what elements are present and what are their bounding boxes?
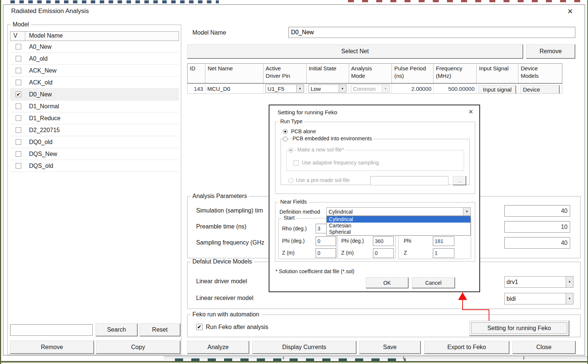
adaptive-sampling-checkbox[interactable] [294, 160, 299, 166]
premade-sol-path-field[interactable] [370, 176, 448, 185]
model-checkbox[interactable] [16, 68, 21, 73]
active-driver-pin-select[interactable]: U1_F5 ▼ [265, 84, 304, 93]
cancel-button[interactable]: Cancel [412, 277, 455, 288]
annotation-arrow-elbow [462, 309, 489, 310]
linear-receiver-model-select[interactable]: bidi ▼ [504, 293, 573, 304]
ok-button[interactable]: OK [366, 277, 409, 288]
close-icon[interactable]: ✕ [469, 109, 473, 115]
analysis-mode-value: Common [351, 85, 382, 92]
model-name-label: DQS_New [29, 151, 57, 157]
simulation-time-field[interactable] [504, 205, 570, 217]
search-button[interactable]: Search [96, 323, 138, 336]
start-group-label: Start [282, 215, 297, 221]
initial-state-select[interactable]: Low ▼ [309, 84, 346, 93]
start-phi-field[interactable] [316, 236, 336, 246]
analyze-button[interactable]: Analyze [187, 341, 249, 354]
sampling-frequency-label: Sampling frequency (GHz [196, 239, 264, 246]
count-z-field[interactable] [433, 248, 454, 258]
model-list-item[interactable]: D1_Reduce [10, 112, 179, 124]
model-checkbox[interactable] [16, 56, 21, 61]
net-table-header-net-name: Net Name [205, 64, 263, 83]
model-list-item[interactable]: A0_New [10, 41, 179, 53]
premade-sol-label: Use a pre-made sol-file [296, 177, 350, 183]
sol-footnote: * Solution coefficient dat file (*.sol) [275, 268, 354, 274]
model-list-item[interactable]: ACK_old [10, 77, 179, 89]
definition-method-dropdown-list[interactable]: CylindricalCartesianSpherical [326, 216, 471, 236]
setting-for-running-feko-button[interactable]: Setting for running Feko [469, 320, 569, 336]
pcb-alone-radio[interactable] [283, 129, 288, 134]
save-button[interactable]: Save [359, 341, 421, 354]
net-table-header-active-driver-pin: Active Driver Pin [263, 64, 307, 83]
model-list-item[interactable]: A0_old [10, 53, 179, 65]
model-checkbox[interactable] [16, 163, 21, 169]
preamble-time-field[interactable] [504, 221, 570, 233]
remove-net-button[interactable]: Remove [526, 44, 575, 59]
model-name-input[interactable] [288, 27, 575, 38]
model-list-item[interactable]: DQ0_old [10, 136, 179, 148]
model-list-item[interactable]: DQS_New [10, 148, 179, 160]
start-z-field[interactable] [316, 248, 336, 258]
model-list-item[interactable]: DQS_old [10, 160, 179, 172]
model-checkbox[interactable] [16, 139, 21, 145]
model-name-label: A0_New [29, 44, 51, 50]
dropdown-option-cylindrical[interactable]: Cylindrical [327, 216, 470, 223]
end-phi-field[interactable] [373, 236, 394, 246]
model-list-header: V Model Name [10, 31, 179, 41]
dropdown-option-cartesian[interactable]: Cartesian [327, 223, 470, 229]
model-checkbox[interactable] [16, 103, 21, 109]
make-new-sol-radio[interactable] [288, 148, 293, 153]
premade-sol-radio[interactable] [288, 178, 293, 183]
count-phi-field[interactable] [433, 236, 454, 246]
run-feko-checkbox[interactable]: ✔ [196, 324, 202, 330]
model-name-label: D1_Reduce [29, 115, 61, 122]
device-models-button[interactable]: Device [520, 85, 560, 94]
net-id-cell: 143 [188, 84, 205, 93]
run-feko-checkbox-label: Run Feko after analysis [206, 324, 268, 331]
simulation-time-label: Simulation (sampling) tim [196, 207, 263, 214]
display-currents-button[interactable]: Display Currents [252, 341, 357, 354]
analysis-mode-select[interactable]: Common ▼ [351, 84, 390, 93]
model-checkbox[interactable] [16, 127, 21, 133]
dropdown-arrow-icon: ▼ [296, 85, 304, 92]
dropdown-arrow-icon: ▼ [566, 277, 573, 287]
export-to-feko-button[interactable]: Export to Feko [424, 341, 509, 354]
close-button[interactable]: Close [512, 341, 576, 354]
net-table-header-row: ID Net Name Active Driver Pin Initial St… [187, 63, 562, 84]
reset-button[interactable]: Reset [140, 323, 180, 336]
model-list-item[interactable]: ✔D0_New [10, 89, 179, 100]
device-models-cell: Device [518, 84, 562, 93]
remove-model-button[interactable]: Remove [10, 341, 94, 354]
model-list-header-name-column: Model Name [25, 32, 179, 41]
model-checkbox[interactable] [16, 80, 21, 85]
dropdown-option-spherical[interactable]: Spherical [327, 229, 470, 235]
end-z-field[interactable] [373, 248, 394, 258]
model-checkbox[interactable] [16, 151, 21, 157]
model-list-item[interactable]: ACK_New [10, 65, 179, 77]
search-input[interactable] [10, 324, 93, 336]
adaptive-sampling-label: Use adaptive frequency sampling [302, 160, 379, 166]
background-app-remnant-top [10, 0, 219, 3]
copy-model-button[interactable]: Copy [96, 341, 180, 354]
model-checkbox[interactable] [16, 44, 21, 50]
model-name-label: A0_old [29, 55, 48, 62]
pcb-embedded-radio[interactable] [283, 137, 288, 141]
close-icon[interactable]: ✕ [567, 8, 573, 15]
model-list-header-check-column: V [10, 32, 25, 41]
definition-method-select[interactable]: Cylindrical ▼ [326, 207, 471, 216]
linear-receiver-model-value: bidi [505, 293, 566, 304]
model-list-item[interactable]: D2_220715 [10, 124, 179, 136]
feko-run-group-label: Feko run with automation [191, 311, 261, 318]
pulse-period-cell: 2.00000 [392, 84, 434, 93]
browse-sol-file-button[interactable]: ... [453, 176, 466, 185]
sampling-frequency-field[interactable] [504, 237, 570, 249]
net-table-header-frequency: Frequency (MHz) [434, 64, 477, 83]
input-signal-cell: Input signal [477, 84, 518, 93]
linear-driver-model-select[interactable]: drv1 ▼ [504, 276, 573, 288]
linear-driver-model-value: drv1 [505, 277, 566, 287]
model-list-item[interactable]: D1_Normal [10, 100, 179, 112]
select-net-button[interactable]: Select Net [187, 44, 523, 59]
input-signal-button[interactable]: Input signal [479, 85, 516, 94]
model-checkbox[interactable]: ✔ [16, 92, 21, 97]
model-list: V Model Name A0_New A0_old ACK_New ACK_o… [10, 31, 179, 172]
model-checkbox[interactable] [16, 115, 21, 121]
